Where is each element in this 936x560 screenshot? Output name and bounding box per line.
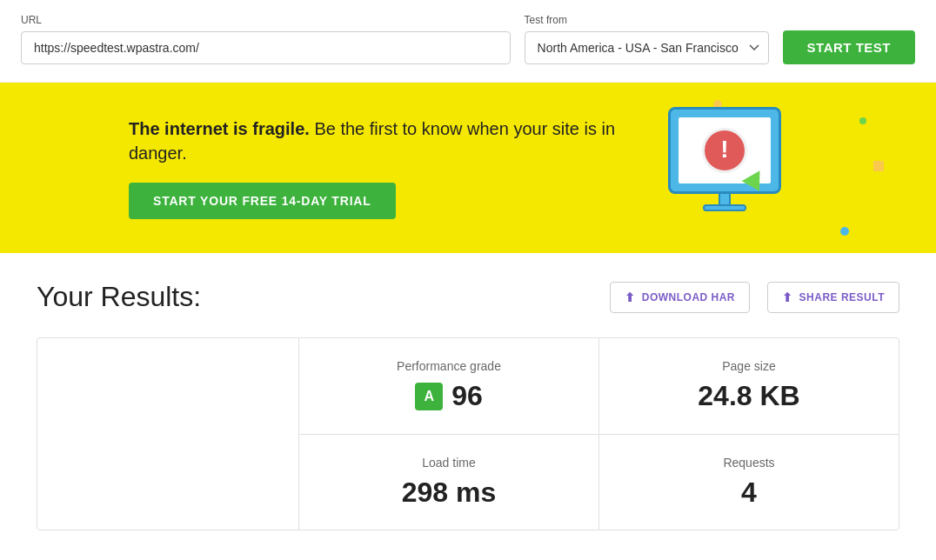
performance-grade-label: Performance grade — [397, 359, 501, 373]
results-section: Your Results: ⬆ DOWNLOAD HAR ⬆ SHARE RES… — [16, 253, 920, 558]
deco-dot-5 — [840, 227, 849, 236]
download-har-button[interactable]: ⬆ DOWNLOAD HAR — [610, 282, 750, 313]
warning-circle: ! — [702, 128, 747, 173]
url-label: URL — [21, 14, 511, 26]
url-group: URL — [21, 14, 511, 64]
page-size-value: 24.8 KB — [698, 380, 799, 412]
header: URL Test from North America - USA - San … — [0, 0, 936, 83]
requests-label: Requests — [723, 456, 774, 470]
test-from-group: Test from North America - USA - San Fran… — [525, 14, 769, 64]
load-time-value: 298 ms — [402, 477, 497, 509]
results-grid: Performance grade A 96 Page size 24.8 KB… — [37, 337, 899, 530]
results-header: Your Results: ⬆ DOWNLOAD HAR ⬆ SHARE RES… — [37, 281, 899, 313]
location-select[interactable]: North America - USA - San Francisco — [525, 31, 769, 64]
monitor-illustration: ! — [651, 107, 807, 229]
requests-cell: Requests 4 — [599, 435, 899, 530]
warning-exclaim-icon: ! — [720, 137, 728, 162]
requests-value: 4 — [741, 477, 757, 509]
grade-badge: A — [415, 383, 443, 410]
performance-grade-value: A 96 — [415, 380, 483, 412]
performance-grade-cell: Performance grade A 96 — [299, 338, 598, 434]
share-icon: ⬆ — [782, 290, 793, 304]
results-title: Your Results: — [37, 281, 592, 313]
page-size-label: Page size — [722, 359, 775, 373]
banner-text: The internet is fragile. Be the first to… — [129, 117, 616, 219]
trial-cta-button[interactable]: START YOUR FREE 14-DAY TRIAL — [129, 183, 396, 219]
test-from-label: Test from — [525, 14, 769, 26]
load-time-cell: Load time 298 ms — [299, 435, 598, 530]
result-chart-cell — [37, 338, 298, 530]
start-test-button[interactable]: START TEST — [783, 30, 915, 64]
url-input[interactable] — [21, 31, 511, 64]
share-result-button[interactable]: ⬆ SHARE RESULT — [767, 282, 899, 313]
deco-dot-4 — [859, 117, 866, 124]
load-time-label: Load time — [422, 456, 475, 470]
monitor-base — [703, 204, 746, 211]
download-icon: ⬆ — [625, 290, 636, 304]
deco-tri-1 — [873, 161, 884, 171]
page-size-cell: Page size 24.8 KB — [599, 338, 899, 434]
banner-message: The internet is fragile. Be the first to… — [129, 117, 616, 165]
promo-banner: The internet is fragile. Be the first to… — [0, 83, 936, 253]
